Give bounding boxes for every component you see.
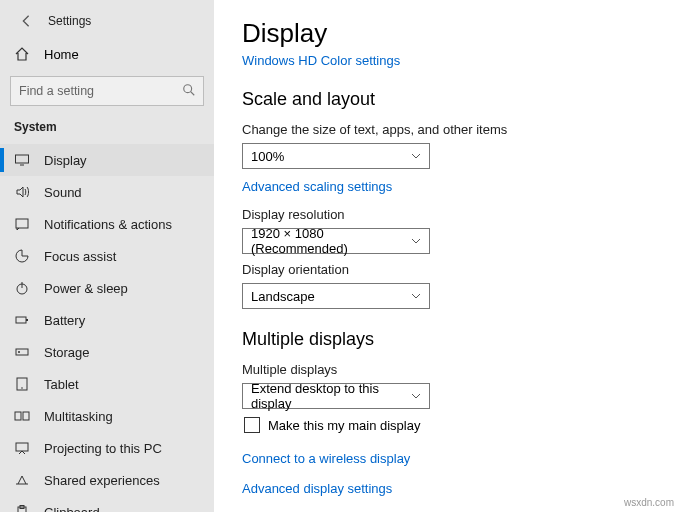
svg-rect-7 — [16, 317, 26, 323]
scale-label: Change the size of text, apps, and other… — [242, 122, 652, 137]
orientation-label: Display orientation — [242, 262, 652, 277]
sidebar-item-projecting[interactable]: Projecting to this PC — [0, 432, 214, 464]
nav-label: Storage — [44, 345, 90, 360]
sidebar-item-tablet[interactable]: Tablet — [0, 368, 214, 400]
multiple-displays-label: Multiple displays — [242, 362, 652, 377]
nav-label: Clipboard — [44, 505, 100, 513]
back-icon[interactable] — [18, 13, 34, 29]
multiple-displays-dropdown[interactable]: Extend desktop to this display — [242, 383, 430, 409]
chevron-down-icon — [411, 236, 421, 246]
nav-label: Notifications & actions — [44, 217, 172, 232]
shared-icon — [14, 472, 30, 488]
search-input[interactable] — [10, 76, 204, 106]
multiple-displays-value: Extend desktop to this display — [251, 381, 421, 411]
svg-point-12 — [21, 387, 23, 389]
scale-value: 100% — [251, 149, 284, 164]
display-icon — [14, 152, 30, 168]
wireless-display-link[interactable]: Connect to a wireless display — [242, 451, 410, 466]
svg-rect-4 — [16, 219, 28, 228]
svg-rect-8 — [26, 319, 28, 321]
main-display-checkbox-row[interactable]: Make this my main display — [244, 417, 652, 433]
multiple-displays-head: Multiple displays — [242, 329, 652, 350]
hd-color-link[interactable]: Windows HD Color settings — [242, 53, 400, 68]
advanced-display-link[interactable]: Advanced display settings — [242, 481, 392, 496]
home-icon — [14, 46, 30, 62]
nav-label: Display — [44, 153, 87, 168]
home-nav[interactable]: Home — [0, 36, 214, 72]
orientation-dropdown[interactable]: Landscape — [242, 283, 430, 309]
sidebar-item-power[interactable]: Power & sleep — [0, 272, 214, 304]
sidebar-item-notifications[interactable]: Notifications & actions — [0, 208, 214, 240]
nav-label: Sound — [44, 185, 82, 200]
tablet-icon — [14, 376, 30, 392]
nav-label: Shared experiences — [44, 473, 160, 488]
sound-icon — [14, 184, 30, 200]
nav-label: Tablet — [44, 377, 79, 392]
main-display-label: Make this my main display — [268, 418, 420, 433]
orientation-value: Landscape — [251, 289, 315, 304]
svg-point-0 — [184, 85, 192, 93]
chevron-down-icon — [411, 151, 421, 161]
page-title: Display — [242, 18, 652, 49]
sidebar-item-storage[interactable]: Storage — [0, 336, 214, 368]
sidebar-item-battery[interactable]: Battery — [0, 304, 214, 336]
watermark: wsxdn.com — [624, 497, 674, 508]
group-heading: System — [0, 120, 214, 144]
main-content: Display Windows HD Color settings Scale … — [214, 0, 680, 512]
notifications-icon — [14, 216, 30, 232]
resolution-value: 1920 × 1080 (Recommended) — [251, 226, 421, 256]
sidebar: Settings Home System Display Sound — [0, 0, 214, 512]
focus-icon — [14, 248, 30, 264]
battery-icon — [14, 312, 30, 328]
scale-dropdown[interactable]: 100% — [242, 143, 430, 169]
sidebar-item-focus[interactable]: Focus assist — [0, 240, 214, 272]
nav-label: Multitasking — [44, 409, 113, 424]
svg-rect-15 — [16, 443, 28, 451]
multitasking-icon — [14, 408, 30, 424]
resolution-dropdown[interactable]: 1920 × 1080 (Recommended) — [242, 228, 430, 254]
storage-icon — [14, 344, 30, 360]
nav-label: Projecting to this PC — [44, 441, 162, 456]
checkbox-icon[interactable] — [244, 417, 260, 433]
svg-point-10 — [18, 351, 20, 353]
svg-rect-2 — [16, 155, 29, 163]
sidebar-item-display[interactable]: Display — [0, 144, 214, 176]
projecting-icon — [14, 440, 30, 456]
svg-line-1 — [191, 92, 195, 96]
resolution-label: Display resolution — [242, 207, 652, 222]
sidebar-item-shared[interactable]: Shared experiences — [0, 464, 214, 496]
advanced-scaling-link[interactable]: Advanced scaling settings — [242, 179, 392, 194]
power-icon — [14, 280, 30, 296]
nav-label: Power & sleep — [44, 281, 128, 296]
window-title: Settings — [48, 14, 91, 28]
home-label: Home — [44, 47, 79, 62]
clipboard-icon — [14, 504, 30, 512]
svg-rect-16 — [18, 507, 26, 512]
sidebar-item-multitasking[interactable]: Multitasking — [0, 400, 214, 432]
nav-label: Focus assist — [44, 249, 116, 264]
sidebar-item-clipboard[interactable]: Clipboard — [0, 496, 214, 512]
nav-label: Battery — [44, 313, 85, 328]
sidebar-item-sound[interactable]: Sound — [0, 176, 214, 208]
chevron-down-icon — [411, 291, 421, 301]
svg-rect-14 — [23, 412, 29, 420]
scale-layout-head: Scale and layout — [242, 89, 652, 110]
search-icon — [182, 83, 196, 97]
svg-rect-13 — [15, 412, 21, 420]
svg-rect-9 — [16, 349, 28, 355]
chevron-down-icon — [411, 391, 421, 401]
